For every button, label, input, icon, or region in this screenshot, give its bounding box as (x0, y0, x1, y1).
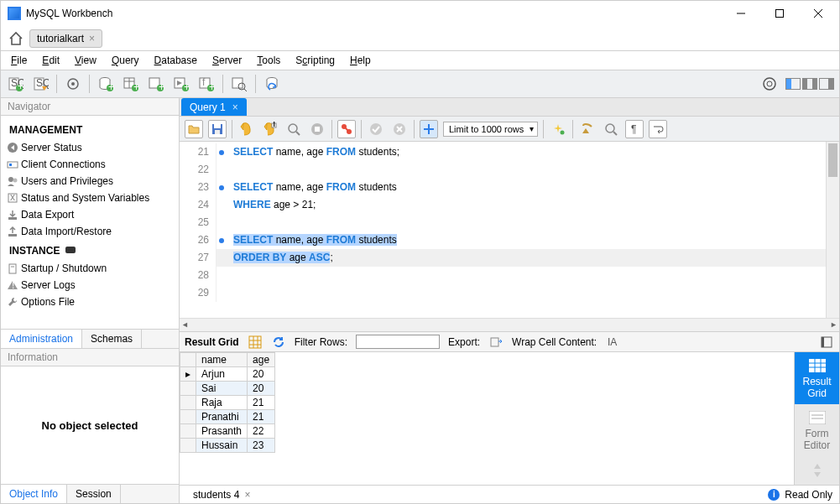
commit-icon[interactable] (367, 120, 385, 138)
table-row: Pranathi21 (180, 410, 275, 424)
menu-scripting[interactable]: Scripting (289, 53, 342, 68)
warning-icon: ! (6, 278, 19, 292)
nav-startup-shutdown[interactable]: Startup / Shutdown (1, 260, 179, 277)
find-icon[interactable] (578, 120, 597, 138)
tab-object-info[interactable]: Object Info (1, 485, 67, 503)
menu-file[interactable]: File (4, 53, 34, 68)
svg-rect-66 (428, 124, 430, 134)
proc-add-icon[interactable]: + (172, 75, 190, 93)
titlebar: MySQL Workbench (1, 1, 839, 26)
svg-rect-57 (315, 127, 320, 132)
form-editor-button[interactable]: Form Editor (795, 404, 840, 456)
nav-users-privileges[interactable]: Users and Privileges (1, 173, 179, 190)
menu-tools[interactable]: Tools (250, 53, 287, 68)
instance-header: INSTANCE (1, 240, 179, 260)
execute-current-icon[interactable]: I (261, 120, 279, 138)
refresh-icon[interactable] (271, 335, 286, 350)
svg-rect-43 (8, 217, 17, 220)
management-header: MANAGEMENT (1, 119, 179, 139)
close-icon[interactable]: × (89, 33, 95, 44)
save-icon[interactable] (208, 120, 227, 138)
instance-icon (65, 245, 76, 257)
wrap-icon[interactable]: IA (605, 335, 620, 350)
stop-icon[interactable] (308, 120, 326, 138)
reconnect-icon[interactable] (263, 75, 281, 93)
connection-tab[interactable]: tutorialkart × (29, 29, 102, 48)
menu-database[interactable]: Database (148, 53, 204, 68)
editor-area: Query 1 × I Limit to 1000 rows (180, 98, 839, 503)
nav-options-file[interactable]: Options File (1, 294, 179, 310)
svg-text:I: I (273, 122, 275, 129)
toggle-left-panel-icon[interactable] (785, 78, 801, 90)
svg-line-69 (613, 132, 617, 135)
result-grid-button[interactable]: Result Grid (795, 352, 840, 404)
tab-session[interactable]: Session (67, 485, 121, 503)
maximize-result-icon[interactable] (819, 335, 834, 350)
scroll-results-icon[interactable] (795, 456, 840, 485)
open-sql-icon[interactable]: SQL (31, 75, 50, 93)
query-tabs: Query 1 × (180, 98, 839, 117)
limit-rows-select[interactable]: Limit to 1000 rows (443, 122, 538, 137)
home-icon[interactable] (6, 29, 26, 49)
tab-schemas[interactable]: Schemas (82, 330, 142, 348)
search-icon[interactable] (602, 120, 620, 138)
grid-icon[interactable] (248, 335, 263, 350)
nav-client-connections[interactable]: Client Connections (1, 156, 179, 173)
beautify-icon[interactable] (549, 120, 567, 138)
close-icon[interactable]: × (232, 101, 238, 113)
filter-rows-label: Filter Rows: (295, 336, 347, 348)
col-age[interactable]: age (248, 353, 275, 367)
toggle-invisible-icon[interactable]: ¶ (625, 120, 644, 138)
new-sql-tab-icon[interactable]: SQL+ (6, 75, 24, 93)
menu-help[interactable]: Help (343, 53, 378, 68)
result-tab[interactable]: students 4 × (186, 487, 257, 502)
toggle-bottom-panel-icon[interactable] (802, 78, 817, 90)
vars-icon: x (6, 191, 19, 205)
filter-rows-input[interactable] (356, 335, 440, 349)
explain-icon[interactable] (284, 120, 303, 138)
svg-text:x: x (10, 192, 15, 203)
status-icon (6, 141, 19, 154)
result-grid[interactable]: nameage ▸Arjun20 Sai20 Raja21 Pranathi21… (180, 352, 794, 485)
table-row: Sai20 (180, 382, 275, 396)
rollback-icon[interactable] (390, 120, 409, 138)
menu-view[interactable]: View (68, 53, 103, 68)
inspector-icon[interactable] (64, 75, 82, 93)
search-table-icon[interactable] (230, 75, 248, 93)
nav-server-status[interactable]: Server Status (1, 139, 179, 156)
minimize-button[interactable] (722, 1, 760, 26)
svg-text:+: + (184, 81, 190, 93)
nav-data-import[interactable]: Data Import/Restore (1, 223, 179, 240)
export-icon[interactable] (488, 335, 503, 350)
sql-editor[interactable]: 21SELECT name, age FROM students; 22 23S… (180, 142, 839, 318)
nav-server-logs[interactable]: !Server Logs (1, 277, 179, 294)
nav-data-export[interactable]: Data Export (1, 206, 179, 223)
col-name[interactable]: name (196, 353, 248, 367)
execute-icon[interactable] (237, 120, 256, 138)
svg-rect-45 (65, 247, 76, 253)
toggle-limit-icon[interactable] (420, 120, 438, 138)
settings-icon[interactable] (760, 75, 779, 93)
svg-text:SQL: SQL (36, 77, 49, 89)
table-add-icon[interactable]: + (122, 75, 140, 93)
toggle-wrap-icon[interactable] (649, 120, 667, 138)
close-icon[interactable]: × (244, 489, 250, 501)
nav-status-vars[interactable]: xStatus and System Variables (1, 190, 179, 206)
tab-administration[interactable]: Administration (1, 330, 82, 348)
import-icon (6, 225, 19, 238)
toggle-autocommit-icon[interactable] (337, 120, 356, 138)
query-tab[interactable]: Query 1 × (181, 98, 247, 116)
menu-edit[interactable]: Edit (35, 53, 66, 68)
horizontal-scrollbar[interactable] (180, 318, 839, 331)
maximize-button[interactable] (760, 1, 799, 26)
vertical-scrollbar[interactable] (826, 142, 839, 318)
menu-query[interactable]: Query (105, 53, 146, 68)
no-object-selected: No object selected (1, 366, 179, 484)
close-button[interactable] (799, 1, 837, 26)
menu-server[interactable]: Server (206, 53, 248, 68)
toggle-right-panel-icon[interactable] (819, 78, 834, 90)
view-add-icon[interactable]: + (147, 75, 165, 93)
func-add-icon[interactable]: f+ (197, 75, 216, 93)
open-file-icon[interactable] (185, 120, 203, 138)
db-add-icon[interactable]: + (97, 75, 115, 93)
